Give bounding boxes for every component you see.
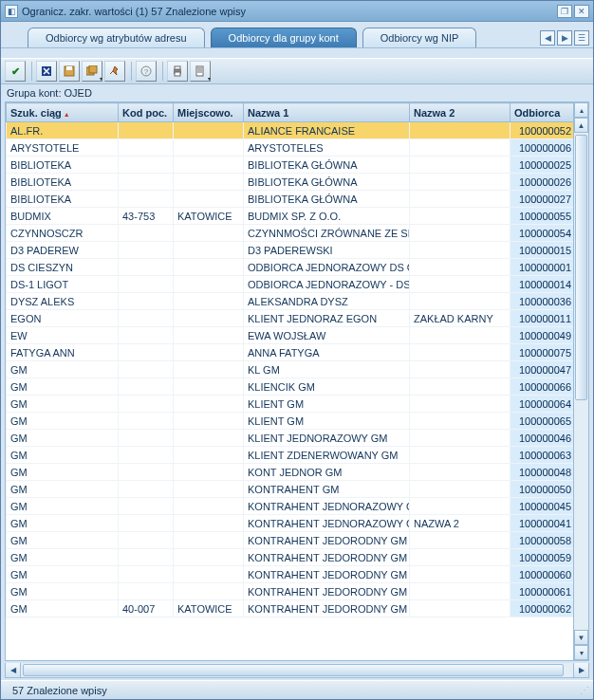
cell: 100000066 xyxy=(510,378,574,396)
cell xyxy=(119,583,174,600)
table-row[interactable]: ARYSTOTELEARYSTOTELES100000006 xyxy=(7,139,574,157)
scroll-up-button[interactable]: ▲ xyxy=(574,118,588,133)
cell: EGON xyxy=(7,310,119,327)
cell xyxy=(119,447,174,464)
restore-button[interactable]: ❐ xyxy=(557,5,572,18)
cell: KLIENT ZDENERWOWANY GM xyxy=(244,447,410,464)
svg-text:?: ? xyxy=(144,67,149,76)
table-row[interactable]: GMKONTRAHENT JEDORODNY GM100000061 xyxy=(7,583,574,600)
scroll-bottom-button[interactable]: ▾ xyxy=(574,645,588,660)
col-postal-code[interactable]: Kod poc. xyxy=(119,103,174,122)
table-body: AL.FR.ALIANCE FRANCAISE100000052ARYSTOTE… xyxy=(7,122,574,617)
cell: KONTRAHENT JEDORODNY GM xyxy=(244,549,410,566)
table-row[interactable]: GMKLIENT GM100000065 xyxy=(7,413,574,430)
table-row[interactable]: DS-1 LIGOTODBIORCA JEDNORAZOWY - DS10000… xyxy=(7,276,574,293)
close-button[interactable]: ✕ xyxy=(574,5,589,18)
scroll-track[interactable] xyxy=(574,133,588,630)
table-row[interactable]: GMKL GM100000047 xyxy=(7,361,574,378)
hscroll-thumb[interactable] xyxy=(23,664,564,676)
cell xyxy=(119,481,174,498)
table-row[interactable]: BIBLIOTEKABIBLIOTEKA GŁÓWNA100000027 xyxy=(7,191,574,208)
scroll-thumb[interactable] xyxy=(575,135,587,400)
accept-button[interactable]: ✔ xyxy=(5,61,26,82)
cell xyxy=(410,447,510,464)
cell xyxy=(119,122,174,139)
col-name2[interactable]: Nazwa 2 xyxy=(410,103,510,122)
table-row[interactable]: BIBLIOTEKABIBLIOTEKA GŁÓWNA100000025 xyxy=(7,157,574,174)
table-row[interactable]: AL.FR.ALIANCE FRANCAISE100000052 xyxy=(7,122,574,139)
table-row[interactable]: GMKONTRAHENT GM100000050 xyxy=(7,481,574,498)
tab-nip[interactable]: Odbiorcy wg NIP xyxy=(362,28,477,47)
tab-account-group[interactable]: Odbiorcy dla grupy kont xyxy=(211,28,357,47)
table-row[interactable]: BIBLIOTEKABIBLIOTEKA GŁÓWNA100000026 xyxy=(7,174,574,191)
table-row[interactable]: GMKLIENT ZDENERWOWANY GM100000063 xyxy=(7,447,574,464)
table-row[interactable]: GMKLIENT GM100000064 xyxy=(7,396,574,413)
hscroll-right-button[interactable]: ▶ xyxy=(573,663,588,677)
cell xyxy=(410,532,510,549)
vertical-scrollbar[interactable]: ▴ ▲ ▼ ▾ xyxy=(573,102,588,660)
table-row[interactable]: DYSZ ALEKSALEKSANDRA DYSZ100000036 xyxy=(7,293,574,310)
tab-address-attributes[interactable]: Odbiorcy wg atrybutów adresu xyxy=(28,28,205,47)
header-row: Szuk. ciąg▲ Kod poc. Miejscowo. Nazwa 1 … xyxy=(7,103,574,122)
hscroll-track[interactable] xyxy=(21,663,573,677)
results-grid[interactable]: Szuk. ciąg▲ Kod poc. Miejscowo. Nazwa 1 … xyxy=(6,102,573,660)
scroll-down-button[interactable]: ▼ xyxy=(574,630,588,645)
table-row[interactable]: GMKONTRAHENT JEDNORAZOWY GM100000045 xyxy=(7,498,574,515)
print-icon xyxy=(172,65,183,77)
cell xyxy=(119,549,174,566)
horizontal-scrollbar[interactable]: ◀ ▶ xyxy=(5,663,589,678)
print-button[interactable] xyxy=(167,61,188,82)
hscroll-left-button[interactable]: ◀ xyxy=(6,663,21,677)
app-icon: ◧ xyxy=(5,5,18,18)
table-row[interactable]: D3 PADEREWD3 PADEREWSKI100000015 xyxy=(7,242,574,259)
export-button[interactable]: ▾ xyxy=(190,61,211,82)
table-row[interactable]: GMKLIENT JEDNORAZOWY GM100000046 xyxy=(7,430,574,447)
cell: GM xyxy=(7,515,119,532)
col-search-string[interactable]: Szuk. ciąg▲ xyxy=(7,103,119,122)
cell: KL GM xyxy=(244,361,410,378)
cell: D3 PADEREW xyxy=(7,242,119,259)
tab-list-button[interactable]: ☰ xyxy=(574,30,589,46)
table-row[interactable]: GMKLIENCIK GM100000066 xyxy=(7,378,574,396)
table-row[interactable]: BUDMIX43-753KATOWICEBUDMIX SP. Z O.O.100… xyxy=(7,208,574,225)
cell: 100000027 xyxy=(510,191,574,208)
table-row[interactable]: GMKONTRAHENT JEDORODNY GM100000059 xyxy=(7,549,574,566)
table-row[interactable]: GMKONTRAHENT JEDORODNY GM100000060 xyxy=(7,566,574,583)
table-row[interactable]: GM40-007KATOWICEKONTRAHENT JEDORODNY GM1… xyxy=(7,600,574,617)
cancel-selection-button[interactable] xyxy=(36,61,57,82)
cell xyxy=(119,191,174,208)
cell: 100000045 xyxy=(510,498,574,515)
tabbar: Odbiorcy wg atrybutów adresu Odbiorcy dl… xyxy=(1,22,593,48)
cell: 100000048 xyxy=(510,464,574,481)
table-row[interactable]: GMKONTRAHENT JEDORODNY GM100000058 xyxy=(7,532,574,549)
table-row[interactable]: GMKONT JEDNOR GM100000048 xyxy=(7,464,574,481)
help-button[interactable]: ? xyxy=(136,61,157,82)
cell: ODBIORCA JEDNORAZOWY - DS xyxy=(244,276,410,293)
toolbar: ✔ ▾ ? ▾ xyxy=(1,58,593,84)
cell: BIBLIOTEKA GŁÓWNA xyxy=(244,191,410,208)
save-all-button[interactable]: ▾ xyxy=(82,61,102,82)
tab-scroll-right[interactable]: ▶ xyxy=(557,30,572,46)
cell: FATYGA ANN xyxy=(7,344,119,361)
cell: BIBLIOTEKA xyxy=(7,157,119,174)
resize-grip[interactable]: ⋰ xyxy=(580,685,587,695)
cell: 100000014 xyxy=(510,276,574,293)
table-row[interactable]: GMKONTRAHENT JEDNORAZOWY GMNAZWA 2100000… xyxy=(7,515,574,532)
cell: KLIENCIK GM xyxy=(244,378,410,396)
cell: EWA WOJSŁAW xyxy=(244,327,410,344)
pin-button[interactable] xyxy=(104,61,125,82)
cell: ODBIORCA JEDNORAZOWY DS C xyxy=(244,259,410,276)
save-button[interactable] xyxy=(59,61,80,82)
tab-scroll-left[interactable]: ◀ xyxy=(540,30,555,46)
table-row[interactable]: EWEWA WOJSŁAW100000049 xyxy=(7,327,574,344)
col-customer[interactable]: Odbiorca xyxy=(510,103,574,122)
table-row[interactable]: DS CIESZYNODBIORCA JEDNORAZOWY DS C10000… xyxy=(7,259,574,276)
table-row[interactable]: CZYNNOSCZRCZYNNMOŚCI ZRÓWNANE ZE SP10000… xyxy=(7,225,574,242)
table-row[interactable]: FATYGA ANNANNA FATYGA100000075 xyxy=(7,344,574,361)
table-row[interactable]: EGONKLIENT JEDNORAZ EGONZAKŁAD KARNY1000… xyxy=(7,310,574,327)
scroll-top-button[interactable]: ▴ xyxy=(574,102,588,118)
col-city[interactable]: Miejscowo. xyxy=(174,103,244,122)
col-name1[interactable]: Nazwa 1 xyxy=(244,103,410,122)
cell: 100000025 xyxy=(510,157,574,174)
cell: GM xyxy=(7,361,119,378)
